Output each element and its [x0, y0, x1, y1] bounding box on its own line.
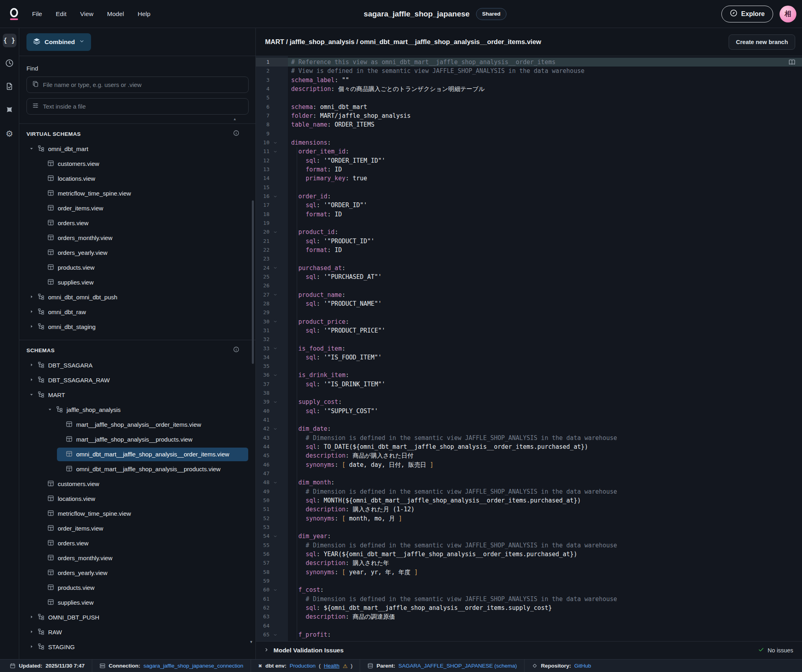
- sidebar-scroll-down-arrow[interactable]: ▼: [249, 640, 253, 644]
- code-line-55[interactable]: 55 # Dimension is defined in the semanti…: [256, 541, 802, 550]
- fold-chevron-icon[interactable]: [270, 630, 288, 639]
- fold-chevron-icon[interactable]: [270, 317, 288, 326]
- fold-chevron-icon[interactable]: [270, 398, 288, 406]
- code-line-19[interactable]: 19: [256, 219, 802, 228]
- status-link[interactable]: sagara_jaffle_shop_japanese_connection: [144, 663, 243, 669]
- vschema-item-metricflow-time-spine-view[interactable]: metricflow_time_spine.view: [19, 186, 255, 201]
- code-line-14[interactable]: 14 primary_key: true: [256, 174, 802, 183]
- code-line-9[interactable]: 9: [256, 129, 802, 138]
- vschema-item-supplies-view[interactable]: supplies.view: [19, 275, 255, 290]
- code-line-29[interactable]: 29: [256, 308, 802, 317]
- schema-item-products-view[interactable]: products.view: [19, 580, 255, 595]
- code-line-51[interactable]: 51 description: 購入された月 (1-12): [256, 505, 802, 514]
- vschema-item-omni-dbt-raw[interactable]: omni_dbt_raw: [19, 305, 255, 319]
- code-line-8[interactable]: 8table_name: ORDER_ITEMS: [256, 120, 802, 129]
- code-line-20[interactable]: 20 product_id:: [256, 228, 802, 236]
- code-line-56[interactable]: 56 sql: YEAR(${omni_dbt_mart__jaffle_sho…: [256, 550, 802, 559]
- menu-view[interactable]: View: [80, 10, 93, 18]
- code-line-50[interactable]: 50 sql: MONTH(${omni_dbt_mart__jaffle_sh…: [256, 496, 802, 505]
- fold-chevron-icon[interactable]: [270, 147, 288, 156]
- code-line-45[interactable]: 45 description: 商品が購入された日付: [256, 451, 802, 460]
- code-line-47[interactable]: 47: [256, 469, 802, 478]
- status-link[interactable]: GitHub: [574, 663, 591, 669]
- schema-item-dbt-ssagara[interactable]: DBT_SSAGARA: [19, 358, 255, 373]
- code-line-61[interactable]: 61 # Dimension is defined in the semanti…: [256, 595, 802, 603]
- fold-chevron-icon[interactable]: [270, 585, 288, 594]
- code-line-25[interactable]: 25 sql: '"PURCHASED_AT"': [256, 272, 802, 281]
- code-line-63[interactable]: 63 description: 商品の調達原価: [256, 612, 802, 621]
- code-line-17[interactable]: 17 sql: '"ORDER_ID"': [256, 201, 802, 210]
- code-line-38[interactable]: 38: [256, 389, 802, 398]
- code-line-57[interactable]: 57 description: 購入された年: [256, 559, 802, 567]
- menu-help[interactable]: Help: [138, 10, 150, 18]
- schema-item-raw[interactable]: RAW: [19, 625, 255, 640]
- code-line-12[interactable]: 12 sql: '"ORDER_ITEM_ID"': [256, 156, 802, 165]
- code-editor[interactable]: 1# Reference this view as omni_dbt_mart_…: [256, 56, 802, 641]
- caret-down-icon[interactable]: [29, 145, 34, 152]
- code-line-52[interactable]: 52 synonyms: [ month, mo, 月 ]: [256, 514, 802, 523]
- code-line-21[interactable]: 21 sql: '"PRODUCT_ID"': [256, 237, 802, 246]
- fold-chevron-icon[interactable]: [270, 264, 288, 272]
- code-line-41[interactable]: 41: [256, 416, 802, 424]
- code-line-4[interactable]: 4description: 個々の商品購入ごとのトランザクション明細テーブル: [256, 85, 802, 93]
- caret-right-icon[interactable]: [29, 644, 34, 650]
- code-line-23[interactable]: 23: [256, 254, 802, 263]
- find-file-input[interactable]: [43, 81, 243, 88]
- code-line-42[interactable]: 42 dim_date:: [256, 424, 802, 433]
- fold-chevron-icon[interactable]: [270, 192, 288, 201]
- code-line-44[interactable]: 44 sql: TO_DATE(${omni_dbt_mart__jaffle_…: [256, 442, 802, 451]
- vschema-item-products-view[interactable]: products.view: [19, 260, 255, 275]
- rail-item-history[interactable]: [3, 57, 16, 71]
- code-line-15[interactable]: 15: [256, 183, 802, 192]
- sidebar-scroll-up-arrow[interactable]: ▲: [233, 117, 237, 121]
- caret-right-icon[interactable]: [29, 294, 34, 301]
- vschema-item-omni-dbt-staging[interactable]: omni_dbt_staging: [19, 319, 255, 334]
- vschema-item-locations-view[interactable]: locations.view: [19, 171, 255, 186]
- caret-down-icon[interactable]: [29, 391, 34, 398]
- avatar[interactable]: 相: [780, 6, 796, 22]
- schema-item-staging[interactable]: STAGING: [19, 640, 255, 654]
- status-link[interactable]: Health: [324, 663, 339, 669]
- fold-chevron-icon[interactable]: [270, 228, 288, 236]
- caret-right-icon[interactable]: [29, 362, 34, 369]
- code-line-36[interactable]: 36 is_drink_item:: [256, 371, 802, 379]
- menu-edit[interactable]: Edit: [56, 10, 67, 18]
- schema-item-omni-dbt-push[interactable]: OMNI_DBT_PUSH: [19, 610, 255, 625]
- code-line-34[interactable]: 34 sql: '"IS_FOOD_ITEM"': [256, 353, 802, 362]
- schema-item-orders-monthly-view[interactable]: orders_monthly.view: [19, 551, 255, 565]
- caret-right-icon[interactable]: [29, 323, 34, 330]
- sidebar-scrollbar[interactable]: [252, 200, 254, 364]
- rail-item-settings[interactable]: ⚙: [3, 127, 16, 140]
- schema-item-orders-yearly-view[interactable]: orders_yearly.view: [19, 565, 255, 580]
- code-line-1[interactable]: 1# Reference this view as omni_dbt_mart_…: [256, 58, 802, 67]
- schema-item-locations-view[interactable]: locations.view: [19, 491, 255, 506]
- code-line-18[interactable]: 18 format: ID: [256, 210, 802, 219]
- code-line-49[interactable]: 49 # Dimension is defined in the semanti…: [256, 487, 802, 496]
- caret-right-icon[interactable]: [29, 629, 34, 636]
- code-line-53[interactable]: 53: [256, 523, 802, 532]
- code-line-22[interactable]: 22 format: ID: [256, 246, 802, 254]
- fold-chevron-icon[interactable]: [270, 371, 288, 379]
- code-line-30[interactable]: 30 product_price:: [256, 317, 802, 326]
- find-text-input[interactable]: [43, 103, 243, 110]
- code-line-62[interactable]: 62 sql: ${omni_dbt_mart__jaffle_shop_ana…: [256, 603, 802, 612]
- schema-item-mart-jaffle-shop-analysis-order-items-view[interactable]: mart__jaffle_shop_analysis__order_items.…: [19, 417, 255, 432]
- code-line-7[interactable]: 7folder: MART/jaffle_shop_analysis: [256, 111, 802, 120]
- code-line-11[interactable]: 11 order_item_id:: [256, 147, 802, 156]
- code-line-48[interactable]: 48 dim_month:: [256, 478, 802, 487]
- code-line-43[interactable]: 43 # Dimension is defined in the semanti…: [256, 434, 802, 442]
- rail-item-content-validation[interactable]: [3, 80, 16, 94]
- explore-button[interactable]: Explore: [721, 6, 773, 22]
- status-link[interactable]: SAGARA_JAFFLE_SHOP_JAPANESE (schema): [399, 663, 517, 669]
- menu-model[interactable]: Model: [107, 10, 124, 18]
- code-line-64[interactable]: 64: [256, 622, 802, 630]
- schema-item-order-items-view[interactable]: order_items.view: [19, 521, 255, 536]
- schema-item-mart-jaffle-shop-analysis-products-view[interactable]: mart__jaffle_shop_analysis__products.vie…: [19, 432, 255, 447]
- vschema-item-omni-dbt-omni-dbt-push[interactable]: omni_dbt_omni_dbt_push: [19, 290, 255, 305]
- schema-item-supplies-view[interactable]: supplies.view: [19, 595, 255, 610]
- model-validation-bar[interactable]: Model Validation Issues No issues: [256, 641, 802, 659]
- code-line-16[interactable]: 16 order_id:: [256, 192, 802, 201]
- omni-logo-icon[interactable]: [7, 8, 21, 20]
- fold-chevron-icon[interactable]: [270, 532, 288, 541]
- code-line-40[interactable]: 40 sql: '"SUPPLY_COST"': [256, 407, 802, 416]
